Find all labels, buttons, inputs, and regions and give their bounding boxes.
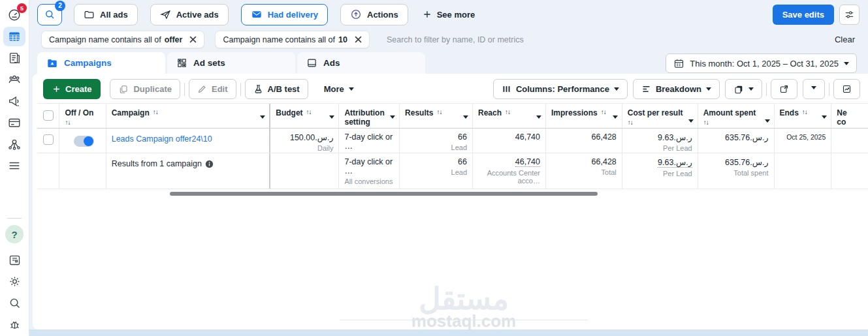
see-more-button[interactable]: See more [423,10,475,20]
header-off-on[interactable]: Off / On↑↓ [59,104,106,128]
edit-button[interactable]: Edit [189,79,236,99]
sidebar-item-ads-promote-icon[interactable] [3,91,25,111]
tab-ad-sets[interactable]: Ad sets [167,52,295,74]
sidebar-item-campaigns-table[interactable] [3,27,25,46]
chevron-down-icon[interactable] [822,115,827,121]
summary-label: Results from 1 campaign [112,159,202,168]
columns-button[interactable]: Columns: Performance [493,79,628,99]
header-reach[interactable]: Reach↑↓ [473,104,546,128]
more-button[interactable]: More [317,79,361,99]
budget-value: 150.00.س.ر [290,133,333,142]
filter-pill-all-ads[interactable]: All ads [74,4,138,25]
layered-pages-icon [733,84,744,95]
divider [829,83,829,96]
sidebar-item-events-manager-icon[interactable] [3,134,25,154]
chevron-down-icon[interactable] [329,115,334,121]
header-impressions[interactable]: Impressions↑↓ [546,104,622,128]
header-attribution-setting[interactable]: Attribution setting [339,104,400,128]
header-campaign[interactable]: Campaign↑↓ [106,104,271,128]
impressions-value: 66,428 [592,132,617,142]
chevron-down-icon [706,87,711,93]
create-button[interactable]: Create [43,79,101,99]
header-amount-spent[interactable]: Amount spent↑↓ [698,104,775,128]
sidebar-item-audiences-icon[interactable] [3,70,25,89]
top-toolbar: 2 All ads Active ads Had delivery Action… [37,3,860,25]
sort-icon: ↑↓ [802,108,807,115]
ab-test-button[interactable]: A/B test [245,79,308,99]
clear-filters-button[interactable]: Clear [835,35,855,44]
header-ends[interactable]: Ends↑↓ [775,104,832,128]
updates-news-icon[interactable] [3,250,25,269]
chevron-down-icon[interactable] [260,115,265,121]
search-icon [44,8,56,20]
settings-gear-icon[interactable] [3,271,25,291]
header-cost-per-result[interactable]: Cost per result↑↓ [622,104,698,128]
filter-pill-active-ads[interactable]: Active ads [150,4,229,25]
chevron-down-icon[interactable] [765,119,770,125]
display-settings-button[interactable] [839,5,860,25]
tab-campaigns[interactable]: Campaigns [37,52,165,74]
tab-label: Ads [323,58,340,68]
reach-value: 46,740 [515,132,540,142]
tab-ads[interactable]: Ads [297,52,425,74]
all-tools-menu-icon[interactable] [3,156,25,176]
pill-label: Had delivery [268,10,318,20]
columns-label: Columns: Performance [516,84,609,94]
report-bug-icon[interactable] [3,314,25,334]
sidebar-item-pages-icon[interactable] [3,48,25,68]
help-button[interactable]: ? [5,225,24,243]
search-tools-icon[interactable] [3,293,25,313]
export-options-button[interactable] [803,79,825,99]
chevron-down-icon[interactable] [463,115,468,121]
duplicate-icon [118,84,129,95]
results-type: Lead [405,168,467,176]
watermark-line [340,320,588,320]
duplicate-button[interactable]: Duplicate [110,79,180,99]
delivery-envelope-icon [251,8,263,20]
table-actions-toolbar: Create Duplicate Edit A/B test More Colu… [43,79,860,99]
divider [240,83,241,96]
table-row: Leads Campaign offer24\10 150.00.س.ر Dai… [37,129,868,153]
results-type: Lead [405,144,467,151]
campaign-active-toggle[interactable] [74,136,94,147]
export-icon [779,84,789,94]
export-button[interactable] [771,79,797,99]
remove-filter-icon[interactable] [189,36,197,43]
search-filters-button[interactable]: 2 [37,4,62,25]
header-results[interactable]: Results↑↓ [400,104,473,128]
chevron-down-icon[interactable] [536,115,541,121]
chevron-down-icon[interactable] [688,119,694,125]
filter-chip-campaign-name-10[interactable]: Campaign name contains all of 10 [215,31,370,48]
filter-chip-campaign-name-offer[interactable]: Campaign name contains all of offer [41,31,204,48]
remove-filter-icon[interactable] [355,36,362,43]
campaigns-panel: Create Duplicate Edit A/B test More Colu… [33,74,868,329]
row-checkbox[interactable] [43,134,54,145]
breakdown-button[interactable]: Breakdown [633,79,720,99]
filter-pill-actions[interactable]: Actions [340,4,408,25]
ads-manager-home-icon[interactable]: 5 [3,5,25,25]
charts-button[interactable] [833,79,860,99]
breakdown-label: Breakdown [656,84,701,94]
header-budget[interactable]: Budget↑↓ [270,104,339,128]
sidebar-divider [7,218,22,219]
info-icon[interactable] [205,160,214,168]
horizontal-scrollbar[interactable] [170,192,598,196]
columns-icon [502,84,511,94]
campaign-name-link[interactable]: Leads Campaign offer24\10 [112,132,212,144]
filter-pill-had-delivery[interactable]: Had delivery [241,4,328,25]
date-range-label: This month: Oct 1, 2025 – Oct 31, 2025 [690,59,839,69]
chevron-down-icon [811,86,816,92]
chevron-down-icon[interactable] [613,115,618,121]
ab-test-label: A/B test [268,84,300,94]
date-range-selector[interactable]: This month: Oct 1, 2025 – Oct 31, 2025 [666,53,857,73]
filter-search-input[interactable]: Search to filter by name, ID or metrics [387,35,524,44]
sort-icon: ↑↓ [505,108,510,115]
chevron-down-icon [844,62,849,68]
save-edits-button[interactable]: Save edits [773,5,834,25]
active-filters-badge: 2 [55,1,65,11]
select-all-checkbox[interactable] [43,110,54,121]
reports-button[interactable] [725,79,762,99]
sidebar-item-billing-icon[interactable] [3,113,25,132]
chevron-down-icon[interactable] [390,115,395,121]
header-next-clipped[interactable]: Neco [831,104,868,128]
